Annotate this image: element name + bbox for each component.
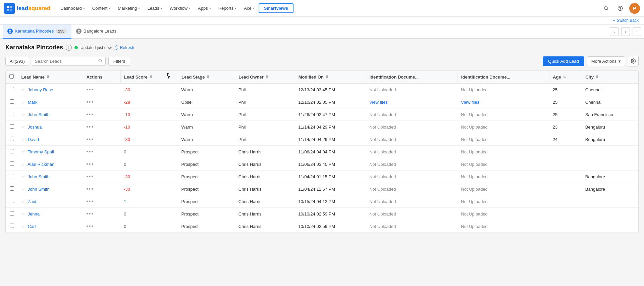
search-button[interactable]	[601, 3, 611, 13]
modified-on-cell: 11/14/24 04:29 PM	[295, 133, 366, 146]
info-icon[interactable]: i	[66, 45, 72, 51]
modified-on-value: 10/10/24 02:59 PM	[298, 224, 335, 229]
lead-stage-value: Warm	[181, 125, 193, 130]
nav-content[interactable]: Content ▾	[89, 4, 114, 13]
tab-more-button[interactable]: ···	[633, 27, 641, 36]
favorite-star-icon[interactable]: ☆	[21, 199, 25, 204]
row-checkbox[interactable]	[10, 211, 14, 216]
all-filter-button[interactable]: All(293)	[5, 57, 29, 66]
modified-on-cell: 10/10/24 02:59 PM	[295, 220, 366, 233]
nav-ace[interactable]: Ace ▾	[240, 4, 258, 13]
row-checkbox[interactable]	[10, 99, 14, 104]
filters-button[interactable]: Filters	[108, 57, 130, 66]
id-doc1-cell: Not Uploaded	[366, 171, 458, 183]
row-checkbox[interactable]	[10, 186, 14, 191]
select-all-checkbox[interactable]	[9, 74, 14, 79]
lead-name-link[interactable]: Alan Rickman	[28, 162, 54, 167]
row-actions-menu[interactable]: •••	[86, 211, 94, 217]
favorite-star-icon[interactable]: ☆	[21, 125, 25, 130]
row-actions-menu[interactable]: •••	[86, 111, 94, 117]
row-actions-menu[interactable]: •••	[86, 149, 94, 154]
lead-name-link[interactable]: Johnny Rose	[28, 87, 53, 92]
row-actions-menu[interactable]: •••	[86, 174, 94, 179]
lead-name-link[interactable]: Timothy Spall	[28, 149, 54, 154]
tab-prev-button[interactable]: ‹	[610, 27, 619, 36]
switch-back-bar[interactable]: « Switch Back	[0, 17, 644, 25]
favorite-star-icon[interactable]: ☆	[21, 100, 25, 105]
not-uploaded-text: Not Uploaded	[369, 174, 396, 179]
lead-name-link[interactable]: Carl	[28, 224, 36, 229]
favorite-star-icon[interactable]: ☆	[21, 137, 25, 142]
tab-karnataka-pincodes[interactable]: Karnataka Pincodes 293	[3, 25, 71, 39]
row-checkbox[interactable]	[10, 161, 14, 166]
lead-name-link[interactable]: John Smith	[28, 174, 50, 179]
lead-score-cell: -30	[120, 133, 178, 146]
lead-name-cell: ☆ Joshua	[18, 121, 83, 133]
quick-add-lead-button[interactable]: Quick Add Lead	[543, 56, 584, 66]
help-button[interactable]	[615, 3, 625, 13]
view-files-link[interactable]: View files	[369, 100, 388, 105]
lead-score-value: -30	[124, 87, 130, 92]
favorite-star-icon[interactable]: ☆	[21, 112, 25, 117]
row-actions-menu[interactable]: •••	[86, 186, 94, 192]
tab-next-button[interactable]: ›	[621, 27, 630, 36]
row-checkbox[interactable]	[10, 112, 14, 116]
lead-name-link[interactable]: David	[28, 137, 39, 142]
nav-leads[interactable]: Leads ▾	[144, 4, 165, 13]
row-actions-menu[interactable]: •••	[86, 124, 94, 130]
search-input[interactable]	[35, 59, 96, 64]
col-header-lead-owner[interactable]: Lead Owner ⇅	[235, 71, 295, 83]
favorite-star-icon[interactable]: ☆	[21, 162, 25, 167]
favorite-star-icon[interactable]: ☆	[21, 224, 25, 229]
lead-owner-cell: Chris Harris	[235, 220, 295, 233]
favorite-star-icon[interactable]: ☆	[21, 87, 25, 92]
not-uploaded-text: Not Uploaded	[461, 112, 488, 117]
row-actions-menu[interactable]: •••	[86, 161, 94, 167]
row-checkbox-cell	[6, 83, 18, 96]
col-header-city[interactable]: City ⇅	[582, 71, 638, 83]
row-checkbox[interactable]	[10, 137, 14, 141]
more-actions-caret-icon: ▾	[619, 59, 621, 64]
smartviews-button[interactable]: Smartviews	[259, 3, 293, 13]
row-actions-menu[interactable]: •••	[86, 223, 94, 229]
row-checkbox[interactable]	[10, 87, 14, 91]
logo[interactable]: leadsquared	[4, 3, 50, 14]
lead-name-link[interactable]: Joshua	[28, 125, 42, 130]
nav-dashboard[interactable]: Dashboard ▾	[57, 4, 88, 13]
view-files-link[interactable]: View files	[461, 100, 479, 105]
col-header-modified-on[interactable]: Modified On ⇅	[295, 71, 366, 83]
lead-name-link[interactable]: Zaid	[28, 199, 36, 204]
tab-bangalore-leads[interactable]: Bangalore Leads	[71, 25, 121, 39]
row-checkbox[interactable]	[10, 149, 14, 153]
row-checkbox[interactable]	[10, 174, 14, 178]
row-actions-menu[interactable]: •••	[86, 99, 94, 105]
nav-workflow[interactable]: Workflow ▾	[166, 4, 194, 13]
age-cell	[549, 183, 582, 195]
col-header-age[interactable]: Age ⇅	[549, 71, 582, 83]
lead-name-link[interactable]: John Smith	[28, 112, 50, 117]
favorite-star-icon[interactable]: ☆	[21, 149, 25, 154]
col-header-lead-name[interactable]: Lead Name ⇅	[18, 71, 83, 83]
row-actions-menu[interactable]: •••	[86, 136, 94, 142]
row-actions-menu[interactable]: •••	[86, 87, 94, 92]
user-avatar[interactable]: P	[629, 3, 640, 14]
row-actions-menu[interactable]: •••	[86, 198, 94, 204]
row-checkbox[interactable]	[10, 124, 14, 129]
favorite-star-icon[interactable]: ☆	[21, 211, 25, 217]
nav-reports[interactable]: Reports ▾	[215, 4, 240, 13]
favorite-star-icon[interactable]: ☆	[21, 174, 25, 179]
favorite-star-icon[interactable]: ☆	[21, 187, 25, 192]
lead-name-link[interactable]: Mark	[28, 100, 38, 105]
lead-name-link[interactable]: John Smith	[28, 187, 50, 192]
nav-marketing[interactable]: Marketing ▾	[114, 4, 143, 13]
id-doc2-cell: Not Uploaded	[458, 195, 549, 208]
refresh-button[interactable]: Refresh	[114, 45, 134, 50]
settings-button[interactable]	[628, 56, 639, 66]
lead-name-link[interactable]: Jenna	[28, 211, 40, 217]
more-actions-button[interactable]: More Actions ▾	[587, 56, 625, 66]
row-checkbox[interactable]	[10, 224, 14, 228]
row-checkbox[interactable]	[10, 199, 14, 203]
col-header-lead-score[interactable]: Lead Score ⇅	[120, 71, 178, 83]
col-header-lead-stage[interactable]: Lead Stage ⇅	[178, 71, 235, 83]
nav-apps[interactable]: Apps ▾	[195, 4, 214, 13]
